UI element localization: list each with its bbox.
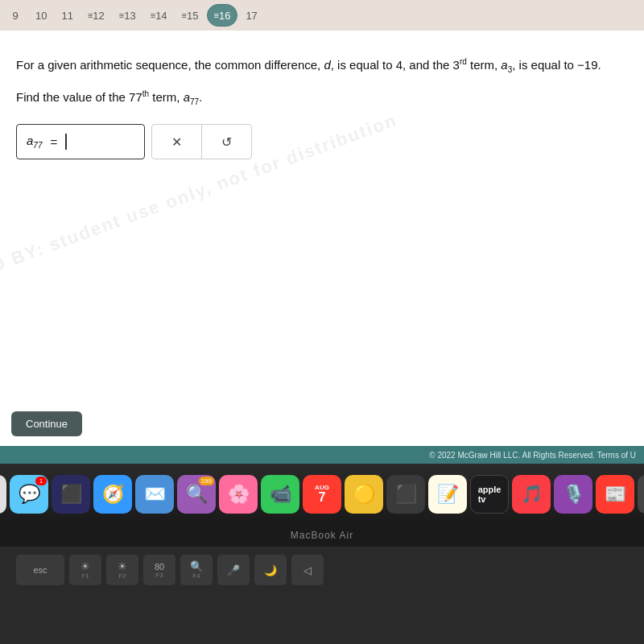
key-moon[interactable]: 🌙 (254, 555, 287, 585)
clear-button[interactable]: ✕ (152, 125, 202, 159)
dock-calendar[interactable]: AUG 7 (303, 475, 341, 514)
tab-15[interactable]: 15 (175, 4, 205, 27)
dock-bitcoin[interactable]: 🟡 (345, 475, 383, 514)
macbook-text: MacBook Air (291, 530, 353, 541)
dock-notes[interactable]: 📝 (428, 475, 467, 514)
dock-messages[interactable]: 💬 1 (10, 475, 48, 514)
dock-photos-app[interactable]: 🔍 199 (177, 475, 216, 514)
find-text: Find the value of the 77th term, a77. (16, 89, 628, 106)
answer-variable-label: a77 (27, 134, 42, 150)
answer-row: a77 = ✕ ↺ (16, 124, 628, 159)
tab-14[interactable]: 14 (144, 4, 174, 27)
dock-news[interactable]: 📰 (596, 475, 634, 514)
tab-bar: 9 10 11 12 13 14 15 16 17 (0, 0, 644, 31)
continue-button[interactable]: Continue (11, 411, 82, 436)
content-area: PRINTED BY: student use only, not for di… (0, 31, 644, 459)
dock-finder[interactable]: 🍎 (0, 475, 6, 514)
dock-safari[interactable]: 🧭 (93, 475, 132, 514)
answer-input-box[interactable]: a77 = (16, 124, 145, 159)
dock-appletv[interactable]: appletv (470, 475, 509, 514)
text-cursor (65, 134, 67, 150)
dock-facetime[interactable]: 📹 (261, 475, 299, 514)
keyboard: esc ☀ F1 ☀ F2 80 F3 🔍 F4 🎤 🌙 ◁ (0, 547, 644, 644)
key-mic[interactable]: 🎤 (217, 555, 250, 585)
dock: 🍎 💬 1 ⬛ 🧭 ✉️ 🔍 199 🌸 📹 AUG 7 🟡 ⬛ 📝 apple… (0, 464, 644, 524)
key-back[interactable]: ◁ (291, 555, 324, 585)
tab-11[interactable]: 11 (55, 4, 79, 27)
dock-launchpad[interactable]: ⬛ (52, 475, 90, 514)
tab-12[interactable]: 12 (81, 4, 111, 27)
tab-9[interactable]: 9 (3, 4, 27, 27)
tab-17[interactable]: 17 (239, 4, 263, 27)
tab-10[interactable]: 10 (29, 4, 53, 27)
dock-keynote[interactable]: 🖥️ (638, 475, 644, 514)
dock-mail[interactable]: ✉️ (135, 475, 174, 514)
key-esc[interactable]: esc (16, 555, 64, 585)
tab-16[interactable]: 16 (207, 4, 238, 27)
dock-music[interactable]: 🎵 (512, 475, 551, 514)
dock-photos[interactable]: 🌸 (219, 475, 258, 514)
key-f3[interactable]: 80 F3 (143, 555, 175, 585)
footer-bar: © 2022 McGraw Hill LLC. All Rights Reser… (0, 446, 644, 464)
tab-13[interactable]: 13 (113, 4, 142, 27)
answer-equals-sign: = (50, 135, 57, 149)
footer-text: © 2022 McGraw Hill LLC. All Rights Reser… (429, 451, 636, 460)
key-f1[interactable]: ☀ F1 (69, 555, 101, 585)
key-f4[interactable]: 🔍 F4 (180, 555, 213, 585)
problem-statement: For a given arithmetic sequence, the com… (16, 55, 628, 76)
dock-dots[interactable]: ⬛ (386, 475, 425, 514)
undo-button[interactable]: ↺ (202, 125, 251, 159)
action-buttons-group: ✕ ↺ (151, 124, 252, 159)
dock-podcasts[interactable]: 🎙️ (554, 475, 592, 514)
key-f2[interactable]: ☀ F2 (106, 555, 138, 585)
macbook-label-area: MacBook Air (0, 524, 644, 547)
